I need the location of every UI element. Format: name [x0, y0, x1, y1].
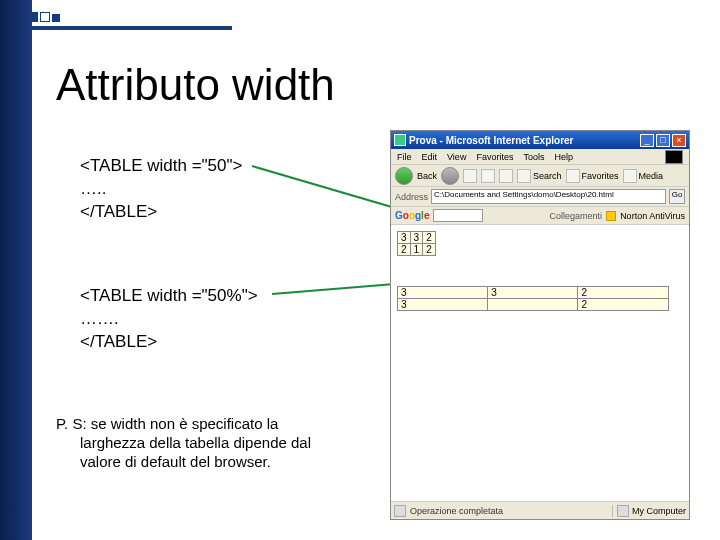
- code-line: …..: [80, 178, 243, 201]
- code-example-1: <TABLE width ="50"> ….. </TABLE>: [80, 155, 243, 224]
- media-button[interactable]: Media: [623, 169, 664, 183]
- go-button[interactable]: Go: [669, 189, 685, 204]
- table-row: 332: [398, 287, 669, 299]
- browser-links-bar: Google Collegamenti Norton AntiVirus: [391, 207, 689, 225]
- browser-menubar: File Edit View Favorites Tools Help: [391, 149, 689, 165]
- address-label: Address: [395, 192, 428, 202]
- browser-nav-toolbar: Back Search Favorites Media: [391, 165, 689, 187]
- stop-button[interactable]: [463, 169, 477, 183]
- ps-line: larghezza della tabella dipende dal: [56, 434, 346, 453]
- code-example-2: <TABLE width ="50%"> ……. </TABLE>: [80, 285, 258, 354]
- menu-tools[interactable]: Tools: [523, 152, 544, 162]
- browser-content: 332 212 332 32: [391, 225, 689, 501]
- table-row: 32: [398, 299, 669, 311]
- back-button[interactable]: [395, 167, 413, 185]
- slide-rule-decoration: [32, 26, 232, 30]
- menu-help[interactable]: Help: [554, 152, 573, 162]
- menu-edit[interactable]: Edit: [422, 152, 438, 162]
- code-line: …….: [80, 308, 258, 331]
- browser-address-bar: Address C:\Documents and Settings\domo\D…: [391, 187, 689, 207]
- back-label[interactable]: Back: [417, 171, 437, 181]
- norton-label: Norton AntiVirus: [620, 211, 685, 221]
- browser-statusbar: Operazione completata My Computer: [391, 501, 689, 519]
- windows-flag-icon: [665, 150, 683, 164]
- slide-squares-decoration: [28, 8, 62, 26]
- menu-file[interactable]: File: [397, 152, 412, 162]
- svg-line-0: [252, 166, 402, 210]
- status-text: Operazione completata: [410, 506, 608, 516]
- status-icon: [394, 505, 406, 517]
- address-input[interactable]: C:\Documents and Settings\domo\Desktop\2…: [431, 189, 666, 204]
- svg-line-2: [272, 283, 407, 294]
- code-line: <TABLE width ="50">: [80, 155, 243, 178]
- browser-window: Prova - Microsoft Internet Explorer _ □ …: [390, 130, 690, 520]
- code-line: </TABLE>: [80, 201, 243, 224]
- menu-favorites[interactable]: Favorites: [476, 152, 513, 162]
- security-zone: My Computer: [612, 505, 686, 517]
- google-search-input[interactable]: [433, 209, 483, 222]
- close-button[interactable]: ×: [672, 134, 686, 147]
- ps-line: valore di default del browser.: [56, 453, 346, 472]
- forward-button[interactable]: [441, 167, 459, 185]
- zone-label: My Computer: [632, 506, 686, 516]
- table-row: 212: [398, 244, 436, 256]
- favorites-button[interactable]: Favorites: [566, 169, 619, 183]
- links-label[interactable]: Collegamenti: [550, 211, 603, 221]
- ps-line: P. S: se width non è specificato la: [56, 415, 278, 432]
- maximize-button[interactable]: □: [656, 134, 670, 147]
- example-table-50pct: 332 32: [397, 286, 669, 311]
- refresh-button[interactable]: [481, 169, 495, 183]
- computer-icon: [617, 505, 629, 517]
- norton-icon[interactable]: [606, 211, 616, 221]
- home-button[interactable]: [499, 169, 513, 183]
- ie-icon: [394, 134, 406, 146]
- slide-side-decoration: [0, 0, 32, 540]
- browser-titlebar[interactable]: Prova - Microsoft Internet Explorer _ □ …: [391, 131, 689, 149]
- table-row: 332: [398, 232, 436, 244]
- postscript-note: P. S: se width non è specificato la larg…: [56, 415, 346, 471]
- code-line: </TABLE>: [80, 331, 258, 354]
- google-toolbar-logo[interactable]: Google: [395, 210, 429, 221]
- minimize-button[interactable]: _: [640, 134, 654, 147]
- example-table-50px: 332 212: [397, 231, 436, 256]
- slide-title: Attributo width: [56, 60, 335, 110]
- menu-view[interactable]: View: [447, 152, 466, 162]
- window-title: Prova - Microsoft Internet Explorer: [409, 135, 640, 146]
- search-button[interactable]: Search: [517, 169, 562, 183]
- code-line: <TABLE width ="50%">: [80, 285, 258, 308]
